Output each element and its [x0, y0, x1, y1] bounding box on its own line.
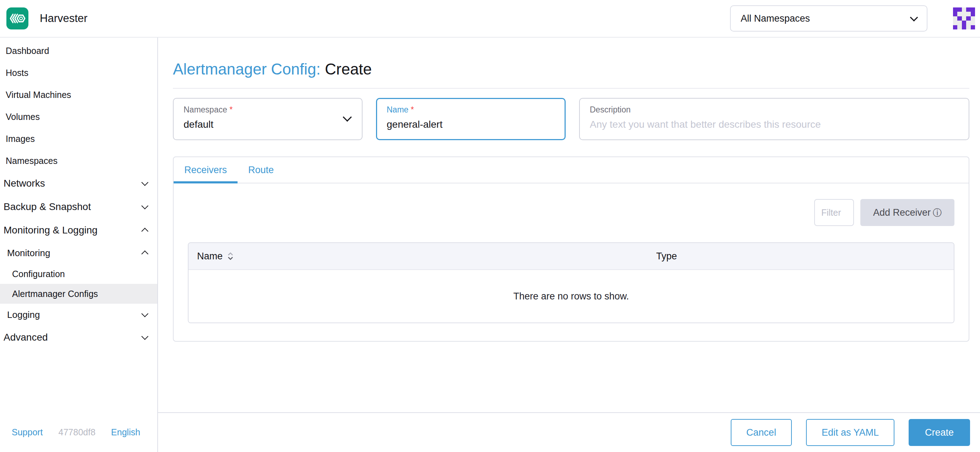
chevron-up-icon [141, 228, 148, 235]
namespace-filter-value: All Namespaces [741, 13, 810, 24]
harvester-app: Harvester All Namespaces Dashboard Hosts… [0, 0, 980, 452]
namespace-label: Namespace * [184, 105, 352, 114]
tab-receivers[interactable]: Receivers [173, 157, 237, 183]
add-receiver-button[interactable]: Add Receiverⓘ [860, 199, 955, 226]
name-input[interactable] [387, 119, 555, 130]
namespace-value: default [184, 119, 352, 130]
create-button[interactable]: Create [908, 419, 970, 446]
sidebar-group-monitoring[interactable]: Monitoring [0, 242, 157, 264]
harvester-logo-icon [8, 10, 26, 27]
required-mark: * [229, 105, 232, 114]
chevron-down-icon [910, 13, 918, 22]
description-label: Description [590, 105, 959, 114]
sidebar-item-namespaces[interactable]: Namespaces [0, 150, 157, 172]
action-footer: Cancel Edit as YAML Create [158, 412, 980, 452]
user-avatar[interactable] [953, 8, 975, 29]
receivers-tab-content: Add Receiverⓘ Name [173, 184, 969, 341]
main-area: Alertmanager Config: Create Namespace * … [158, 38, 980, 452]
description-field: Description [579, 98, 969, 140]
sidebar-item-alertmanager-configs[interactable]: Alertmanager Configs [0, 284, 157, 304]
sidebar-item-configuration[interactable]: Configuration [0, 264, 157, 284]
namespace-filter-dropdown[interactable]: All Namespaces [730, 5, 928, 32]
edit-as-yaml-button[interactable]: Edit as YAML [806, 419, 894, 446]
sidebar-group-advanced[interactable]: Advanced [0, 326, 157, 349]
empty-table-message: There are no rows to show. [189, 270, 954, 322]
sidebar: Dashboard Hosts Virtual Machines Volumes… [0, 38, 158, 452]
info-icon: ⓘ [933, 208, 942, 217]
name-label: Name * [387, 105, 555, 114]
sidebar-group-networks[interactable]: Networks [0, 172, 157, 195]
sidebar-group-backup-snapshot[interactable]: Backup & Snapshot [0, 195, 157, 219]
sidebar-item-images[interactable]: Images [0, 128, 157, 150]
form-row: Namespace * default Name * Description [173, 98, 969, 140]
sidebar-item-hosts[interactable]: Hosts [0, 62, 157, 84]
title-divider [173, 88, 969, 89]
name-field: Name * [376, 98, 566, 140]
app-title: Harvester [40, 12, 88, 25]
cancel-button[interactable]: Cancel [731, 419, 792, 446]
sidebar-item-volumes[interactable]: Volumes [0, 106, 157, 128]
chevron-down-icon [141, 202, 148, 209]
harvester-logo[interactable] [6, 8, 29, 29]
namespace-select[interactable]: Namespace * default [173, 98, 363, 140]
app-header: Harvester All Namespaces [0, 0, 980, 38]
language-link[interactable]: English [111, 427, 140, 438]
page-title-action: Create [325, 60, 372, 78]
filter-input[interactable] [814, 199, 854, 226]
tab-route[interactable]: Route [237, 157, 285, 183]
chevron-down-icon [141, 333, 148, 340]
column-header-name[interactable]: Name [189, 251, 648, 262]
sort-icon [227, 251, 234, 261]
description-input[interactable] [590, 119, 959, 130]
chevron-up-icon [141, 251, 148, 258]
main-content: Alertmanager Config: Create Namespace * … [158, 38, 980, 412]
body-row: Dashboard Hosts Virtual Machines Volumes… [0, 38, 980, 452]
receivers-table-header: Name Type [189, 243, 954, 270]
page-title: Alertmanager Config: Create [173, 60, 969, 78]
support-link[interactable]: Support [12, 427, 43, 438]
tab-bar: Receivers Route [173, 157, 969, 184]
version-label: 47780df8 [59, 427, 95, 438]
sidebar-item-virtual-machines[interactable]: Virtual Machines [0, 84, 157, 106]
receivers-table: Name Type There are no [188, 242, 955, 323]
receivers-panel: Receivers Route Add Receiverⓘ [173, 157, 969, 342]
required-mark: * [411, 105, 414, 114]
column-header-type: Type [648, 251, 954, 262]
sidebar-item-dashboard[interactable]: Dashboard [0, 40, 157, 62]
sidebar-footer: Support 47780df8 English [0, 412, 157, 452]
page-title-resource: Alertmanager Config: [173, 60, 321, 78]
sidebar-group-monitoring-logging[interactable]: Monitoring & Logging [0, 219, 157, 242]
chevron-down-icon [141, 310, 148, 317]
receivers-toolbar: Add Receiverⓘ [188, 199, 955, 226]
sidebar-group-logging[interactable]: Logging [0, 304, 157, 326]
chevron-down-icon [141, 179, 148, 186]
